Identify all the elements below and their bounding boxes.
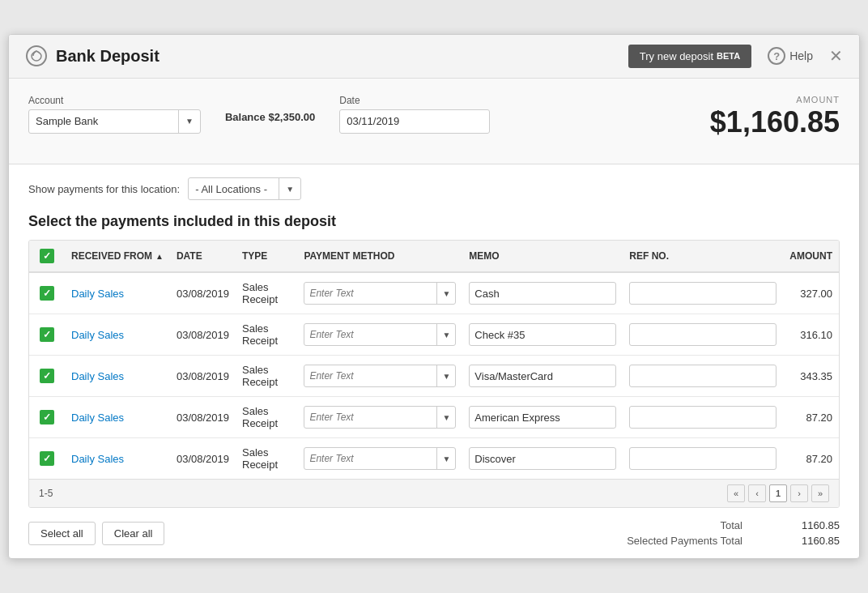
payment-method-field-0[interactable] <box>304 288 436 299</box>
date-input[interactable] <box>339 109 490 134</box>
account-label: Account <box>28 95 201 106</box>
header: Bank Deposit Try new deposit BETA ? Help… <box>9 35 859 79</box>
row-checkbox-cell[interactable] <box>29 272 65 314</box>
location-select[interactable]: - All Locations - ▼ <box>188 177 301 200</box>
ref-input-4[interactable] <box>629 447 777 470</box>
try-new-deposit-button[interactable]: Try new deposit BETA <box>628 45 751 68</box>
select-all-button[interactable]: Select all <box>28 522 96 545</box>
row-memo-2 <box>462 356 623 397</box>
last-page-button[interactable]: » <box>811 484 829 502</box>
header-checkbox[interactable] <box>40 249 54 263</box>
memo-input-0[interactable] <box>469 282 616 305</box>
pagination-range: 1-5 <box>39 488 53 499</box>
next-page-button[interactable]: › <box>790 484 808 502</box>
payment-method-field-1[interactable] <box>304 329 436 340</box>
row-ref-1 <box>623 314 783 356</box>
row-checkbox-cell[interactable] <box>29 356 65 397</box>
account-select[interactable]: ▼ <box>28 109 201 134</box>
first-page-button[interactable]: « <box>727 484 745 502</box>
payment-method-arrow-0[interactable]: ▼ <box>436 283 455 304</box>
amount-value: $1,160.85 <box>710 105 840 139</box>
row-checkbox-cell[interactable] <box>29 438 65 480</box>
row-type-4: Sales Receipt <box>236 438 297 480</box>
amount-area: AMOUNT $1,160.85 <box>710 95 840 139</box>
payment-method-input-2[interactable]: ▼ <box>304 365 456 387</box>
payment-method-arrow-1[interactable]: ▼ <box>436 324 455 345</box>
table-row: Daily Sales 03/08/2019 Sales Receipt ▼ 8… <box>29 438 839 480</box>
memo-input-2[interactable] <box>469 365 616 387</box>
payment-method-arrow-3[interactable]: ▼ <box>436 407 455 428</box>
pagination-bar: 1-5 « ‹ 1 › » <box>29 479 839 507</box>
date-group: Date <box>339 95 490 134</box>
amount-label: AMOUNT <box>710 95 840 105</box>
current-page-button[interactable]: 1 <box>769 484 787 502</box>
daily-sales-link-1[interactable]: Daily Sales <box>71 329 124 341</box>
row-payment-method-3: ▼ <box>297 397 462 438</box>
row-amount-1: 316.10 <box>783 314 839 356</box>
memo-input-1[interactable] <box>469 323 616 346</box>
row-type-0: Sales Receipt <box>236 272 297 314</box>
header-checkbox-cell[interactable] <box>29 241 65 272</box>
row-memo-3 <box>462 397 623 438</box>
payment-method-field-3[interactable] <box>304 412 436 423</box>
row-date-0: 03/08/2019 <box>170 272 236 314</box>
payment-method-arrow-2[interactable]: ▼ <box>436 365 455 386</box>
payment-method-input-1[interactable]: ▼ <box>304 323 456 346</box>
payments-table-container: RECEIVED FROM ▲ DATE TYPE PAYMENT METHOD… <box>28 240 840 508</box>
prev-page-button[interactable]: ‹ <box>748 484 766 502</box>
help-icon: ? <box>768 47 785 65</box>
table-row: Daily Sales 03/08/2019 Sales Receipt ▼ 3… <box>29 356 839 397</box>
daily-sales-link-2[interactable]: Daily Sales <box>71 370 124 382</box>
footer-actions: Select all Clear all <box>28 522 164 545</box>
row-checkbox-0[interactable] <box>40 286 54 301</box>
row-payment-method-4: ▼ <box>297 438 462 480</box>
payment-method-arrow-4[interactable]: ▼ <box>436 448 455 469</box>
ref-input-3[interactable] <box>629 406 777 429</box>
header-received-from[interactable]: RECEIVED FROM ▲ <box>65 241 170 272</box>
location-filter: Show payments for this location: - All L… <box>9 164 859 207</box>
account-input[interactable] <box>29 115 178 127</box>
ref-input-2[interactable] <box>629 365 777 387</box>
memo-input-4[interactable] <box>469 447 616 470</box>
selected-total-row: Selected Payments Total 1160.85 <box>627 533 840 548</box>
sort-arrow-icon: ▲ <box>155 252 164 261</box>
row-amount-2: 343.35 <box>783 356 839 397</box>
payment-method-input-3[interactable]: ▼ <box>304 406 456 429</box>
row-type-1: Sales Receipt <box>236 314 297 356</box>
row-type-2: Sales Receipt <box>236 356 297 397</box>
row-checkbox-4[interactable] <box>40 451 54 466</box>
row-received-from-2: Daily Sales <box>65 356 170 397</box>
daily-sales-link-0[interactable]: Daily Sales <box>71 288 124 300</box>
balance-text: Balance $2,350.00 <box>225 105 315 123</box>
payment-method-field-4[interactable] <box>304 453 436 464</box>
payment-method-input-4[interactable]: ▼ <box>304 447 456 470</box>
form-area: Account ▼ Balance $2,350.00 Date AMOUNT … <box>9 79 859 164</box>
daily-sales-link-3[interactable]: Daily Sales <box>71 412 124 424</box>
row-checkbox-2[interactable] <box>40 369 54 383</box>
payment-method-input-0[interactable]: ▼ <box>304 282 456 305</box>
help-button[interactable]: ? Help <box>768 47 813 65</box>
row-ref-0 <box>623 272 783 314</box>
header-date: DATE <box>170 241 236 272</box>
row-amount-3: 87.20 <box>783 397 839 438</box>
pagination-controls: « ‹ 1 › » <box>727 484 829 502</box>
row-checkbox-cell[interactable] <box>29 397 65 438</box>
row-checkbox-1[interactable] <box>40 327 54 342</box>
daily-sales-link-4[interactable]: Daily Sales <box>71 453 124 465</box>
account-dropdown-arrow[interactable]: ▼ <box>178 110 200 133</box>
total-label: Total <box>721 519 742 531</box>
table-row: Daily Sales 03/08/2019 Sales Receipt ▼ 8… <box>29 397 839 438</box>
row-checkbox-cell[interactable] <box>29 314 65 356</box>
header-amount: AMOUNT <box>783 241 839 272</box>
row-checkbox-3[interactable] <box>40 410 54 424</box>
payment-method-field-2[interactable] <box>304 370 436 382</box>
row-payment-method-1: ▼ <box>297 314 462 356</box>
footer-area: Select all Clear all Total 1160.85 Selec… <box>9 508 859 558</box>
memo-input-3[interactable] <box>469 406 616 429</box>
clear-all-button[interactable]: Clear all <box>102 522 165 545</box>
ref-input-0[interactable] <box>629 282 777 305</box>
close-button[interactable]: ✕ <box>829 48 843 64</box>
ref-input-1[interactable] <box>629 323 777 346</box>
date-label: Date <box>339 95 490 106</box>
location-dropdown-arrow[interactable]: ▼ <box>279 178 300 199</box>
